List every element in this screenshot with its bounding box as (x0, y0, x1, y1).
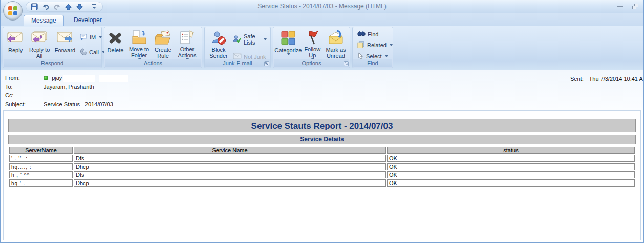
table-header-row: ServerName Service Name status (9, 147, 635, 154)
options-dialog-launcher[interactable] (344, 61, 349, 66)
window-title: Service Status - 2014/07/03 - Message (H… (1, 3, 643, 10)
find-button[interactable]: Find (356, 29, 392, 39)
window-controls (614, 2, 641, 10)
subject-label: Subject: (5, 101, 42, 107)
service-name-cell: Dfs (74, 171, 386, 178)
group-label-options: Options (274, 59, 349, 67)
cc-row: Cc: (5, 92, 42, 99)
table-row: ' . '' -: Dfs OK (9, 155, 635, 162)
subject-value: Service Status - 2014/07/03 (44, 101, 113, 107)
follow-up-button[interactable]: Follow Up (302, 28, 323, 59)
delete-button[interactable]: Delete (105, 28, 125, 59)
im-button[interactable]: IM (78, 32, 100, 43)
group-label-junk-email: Junk E-mail (205, 59, 270, 67)
message-body: Service Stauts Report - 2014/07/03 Servi… (3, 110, 641, 240)
sent-value: Thu 7/3/2014 10:41 AM (589, 76, 644, 82)
related-icon (357, 41, 365, 49)
other-actions-icon (179, 30, 195, 45)
dropdown-arrow-icon (264, 38, 267, 40)
title-bar: Service Status - 2014/07/03 - Message (H… (1, 0, 643, 13)
column-header-servername: ServerName (9, 147, 73, 154)
group-label-find: Find (353, 59, 392, 67)
reply-button[interactable]: Reply (4, 28, 27, 59)
redaction-box (99, 75, 128, 82)
forward-button[interactable]: Forward (52, 28, 78, 59)
column-header-service-name: Service Name (74, 147, 386, 154)
group-options: Categorize Follow Up Mark as Unread Opti… (273, 27, 350, 68)
dropdown-arrow-icon (385, 55, 388, 57)
follow-up-icon (305, 30, 319, 45)
dropdown-arrow-icon (99, 36, 102, 38)
create-rule-button[interactable]: Create Rule (153, 28, 174, 59)
outlook-message-window: Service Status - 2014/07/03 - Message (H… (0, 0, 644, 243)
minimize-button[interactable] (614, 2, 626, 10)
subject-row: Subject: Service Status - 2014/07/03 (5, 101, 113, 108)
service-name-cell: Dfs (74, 155, 386, 162)
column-header-status: status (387, 147, 635, 154)
office-button[interactable] (3, 1, 23, 21)
junk-dialog-launcher[interactable] (264, 61, 269, 66)
restore-button[interactable] (630, 2, 641, 10)
group-label-respond: Respond (4, 59, 101, 67)
status-cell: OK (387, 163, 635, 170)
reply-to-all-button[interactable]: Reply to All (27, 28, 52, 59)
service-status-table: ServerName Service Name status ' . '' -:… (8, 146, 636, 188)
tab-developer[interactable]: Developer (67, 15, 109, 26)
cc-label: Cc: (5, 92, 42, 98)
ribbon-tab-row: Message Developer (1, 13, 643, 26)
delete-icon (108, 30, 122, 46)
status-cell: OK (387, 179, 635, 187)
find-icon (357, 30, 366, 38)
service-name-cell: Dhcp (74, 163, 386, 170)
group-junk-email: Block Sender Safe Lists Not Ju (204, 27, 271, 68)
other-actions-button[interactable]: Other Actions (174, 28, 201, 59)
im-icon (79, 33, 88, 42)
minimize-icon (617, 6, 623, 7)
create-rule-icon (155, 30, 171, 46)
server-name-redacted: hq ' . (11, 180, 25, 186)
block-sender-icon (210, 30, 227, 46)
reply-icon (7, 30, 24, 46)
categorize-button[interactable]: Categorize (274, 28, 302, 59)
service-details-banner: Service Details (8, 135, 636, 144)
service-name-cell: Dhcp (74, 179, 386, 187)
mark-as-unread-button[interactable]: Mark as Unread (323, 28, 349, 59)
sent-label: Sent: (570, 76, 584, 82)
call-button[interactable]: Call (78, 47, 100, 57)
group-label-actions: Actions (105, 59, 201, 67)
restore-icon (632, 4, 638, 9)
status-cell: OK (387, 171, 635, 178)
redaction-box (63, 75, 95, 82)
group-respond: Reply Reply to All Forward (3, 27, 102, 68)
to-row: To: Jayaram, Prashanth (5, 84, 94, 91)
dropdown-arrow-icon (287, 53, 290, 55)
report-title-banner: Service Stauts Report - 2014/07/03 (8, 119, 636, 132)
from-value: pjay (52, 75, 62, 81)
block-sender-button[interactable]: Block Sender (206, 28, 231, 59)
related-button[interactable]: Related (356, 40, 392, 50)
server-name-redacted: h , ' ^^ (11, 172, 30, 178)
safe-lists-button[interactable]: Safe Lists (231, 32, 268, 47)
table-row: h , ' ^^ Dfs OK (9, 171, 635, 178)
ribbon: Reply Reply to All Forward (1, 26, 643, 70)
mark-as-unread-icon (328, 30, 344, 46)
call-icon (79, 48, 87, 56)
dropdown-arrow-icon (390, 44, 393, 46)
presence-online-icon (44, 76, 48, 80)
office-logo-icon (8, 6, 17, 15)
from-label: From: (5, 75, 42, 81)
safe-lists-icon (233, 35, 242, 44)
tab-message[interactable]: Message (24, 15, 64, 26)
move-to-folder-button[interactable]: Move to Folder (125, 28, 153, 59)
message-header: From: pjay To: Jayaram, Prashanth Cc: Su… (1, 70, 643, 110)
status-cell: OK (387, 155, 635, 162)
server-name-redacted: hq...., : (11, 164, 32, 170)
categorize-icon (281, 30, 296, 46)
to-value: Jayaram, Prashanth (44, 84, 94, 90)
forward-icon (56, 30, 74, 46)
move-to-folder-icon (131, 30, 147, 45)
group-actions: Delete Move to Folder Create Rule (104, 27, 202, 68)
table-row: hq...., : Dhcp OK (9, 163, 635, 170)
from-row: From: pjay (5, 75, 128, 82)
group-find: Find Related Select Find (352, 27, 393, 68)
